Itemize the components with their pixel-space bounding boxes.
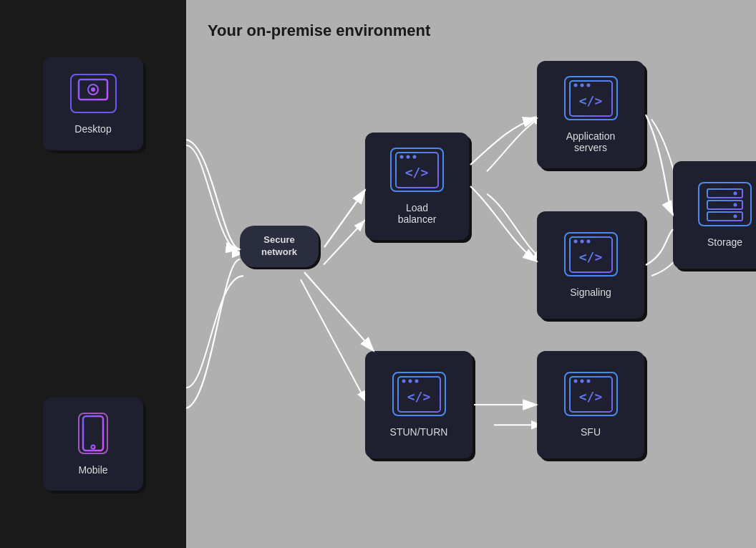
- load-balancer-node: </> Loadbalancer: [365, 133, 469, 240]
- svg-point-31: [415, 379, 418, 383]
- svg-point-44: [734, 214, 737, 218]
- svg-point-35: [573, 379, 577, 383]
- desktop-node: Desktop: [43, 57, 143, 150]
- load-balancer-icon-box: </>: [390, 148, 444, 192]
- svg-point-17: [573, 83, 577, 87]
- load-balancer-label: Loadbalancer: [398, 202, 437, 225]
- svg-text:</>: </>: [405, 165, 429, 180]
- diagram-arrows: [186, 0, 756, 548]
- svg-point-36: [580, 379, 583, 383]
- svg-point-23: [573, 239, 577, 243]
- svg-text:</>: </>: [407, 389, 430, 404]
- svg-point-24: [580, 239, 583, 243]
- stun-turn-icon-box: </>: [392, 372, 446, 416]
- sfu-icon-box: </>: [564, 372, 618, 416]
- svg-point-12: [407, 155, 410, 158]
- svg-text:</>: </>: [578, 389, 602, 404]
- secure-network-node: Securenetwork: [240, 226, 319, 267]
- svg-point-29: [402, 379, 405, 383]
- monitor-icon: [76, 78, 110, 108]
- mobile-icon: [82, 415, 105, 452]
- svg-point-13: [413, 155, 417, 158]
- storage-icon-box: [698, 182, 752, 226]
- signaling-label: Signaling: [570, 287, 611, 298]
- svg-text:</>: </>: [578, 249, 602, 264]
- signaling-node: </> Signaling: [537, 211, 644, 319]
- mobile-node: Mobile: [43, 398, 143, 491]
- stun-turn-node: </> STUN/TURN: [365, 351, 472, 458]
- svg-point-25: [586, 239, 590, 243]
- svg-point-19: [586, 83, 590, 87]
- svg-point-7: [92, 446, 95, 449]
- environment-title: Your on-premise environment: [208, 21, 735, 40]
- mobile-label: Mobile: [78, 464, 107, 476]
- svg-text:</>: </>: [578, 93, 602, 108]
- load-balancer-icon: </>: [394, 150, 440, 190]
- app-servers-label: Applicationservers: [566, 130, 616, 153]
- storage-icon: [702, 185, 748, 224]
- app-servers-icon: </>: [568, 79, 614, 118]
- desktop-icon-box: [70, 74, 117, 113]
- svg-point-42: [734, 191, 737, 195]
- svg-point-11: [400, 155, 404, 158]
- sfu-icon: </>: [568, 375, 614, 414]
- sfu-label: SFU: [581, 426, 601, 438]
- desktop-label: Desktop: [74, 123, 111, 135]
- storage-label: Storage: [707, 236, 742, 248]
- app-servers-node: </> Applicationservers: [537, 61, 644, 168]
- mobile-icon-box: [78, 413, 108, 454]
- signaling-icon-box: </>: [564, 232, 618, 277]
- arrows-overlay: [186, 0, 756, 548]
- svg-point-30: [408, 379, 412, 383]
- stun-turn-label: STUN/TURN: [390, 426, 448, 438]
- sfu-node: </> SFU: [537, 351, 644, 458]
- secure-network-label: Securenetwork: [261, 234, 297, 257]
- storage-node: Storage: [673, 161, 756, 269]
- signaling-icon: </>: [568, 235, 614, 274]
- svg-point-18: [580, 83, 583, 87]
- stun-turn-icon: </>: [396, 375, 442, 414]
- svg-point-43: [734, 203, 737, 206]
- svg-point-4: [91, 87, 95, 92]
- left-panel: Desktop Mobile: [0, 0, 186, 548]
- right-panel: Your on-premise environment: [186, 0, 756, 548]
- app-servers-icon-box: </>: [564, 76, 618, 120]
- svg-point-37: [586, 379, 590, 383]
